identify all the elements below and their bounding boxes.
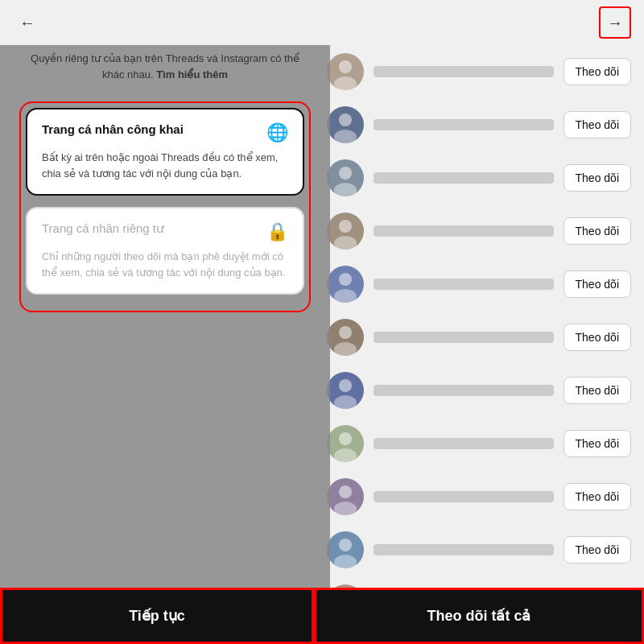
follow-button[interactable]: Theo dõi (564, 111, 631, 138)
svg-point-3 (334, 130, 357, 143)
username-placeholder (374, 385, 554, 396)
svg-point-14 (339, 432, 352, 445)
top-bar: ← → (0, 0, 644, 45)
username-placeholder (374, 119, 554, 130)
avatar (327, 213, 364, 250)
forward-button[interactable]: → (599, 6, 631, 39)
svg-point-11 (334, 342, 357, 356)
public-card-title: Trang cá nhân công khai (42, 122, 184, 136)
list-item: Theo dõi (314, 470, 644, 523)
svg-point-10 (339, 326, 352, 339)
list-item: Theo dõi (314, 364, 644, 417)
svg-point-2 (339, 114, 352, 126)
follow-button[interactable]: Theo dõi (564, 430, 631, 457)
public-card-desc: Bất kỳ ai trên hoặc ngoài Threads đều có… (42, 150, 288, 181)
svg-point-7 (334, 236, 357, 250)
svg-point-17 (334, 502, 357, 515)
avatar (327, 106, 364, 143)
user-list: Theo dõi Theo dõi Theo dõi Theo dõi Theo… (314, 45, 644, 588)
svg-point-1 (334, 76, 357, 90)
follow-button[interactable]: Theo dõi (564, 483, 631, 510)
list-item: Theo dõi (314, 45, 644, 98)
svg-point-15 (334, 448, 357, 462)
follow-button[interactable]: Theo dõi (564, 324, 631, 351)
svg-point-4 (339, 167, 352, 180)
list-item: Theo dõi (314, 204, 644, 258)
avatar (327, 531, 364, 568)
svg-point-18 (339, 539, 352, 551)
username-placeholder (374, 332, 554, 343)
svg-point-5 (334, 183, 357, 196)
username-placeholder (374, 279, 554, 290)
lock-icon: 🔒 (266, 221, 288, 242)
list-item: Theo dõi (314, 98, 644, 151)
svg-point-12 (339, 379, 352, 392)
page-subtitle: Quyền riêng tư của bạn trên Threads và I… (19, 51, 311, 82)
private-profile-card[interactable]: Trang cá nhân riêng tư 🔒 Chỉ những người… (26, 207, 304, 295)
list-item: Theo dõi (314, 417, 644, 470)
avatar (327, 159, 364, 196)
follow-all-button[interactable]: Theo dõi tất cả (314, 588, 644, 644)
username-placeholder (374, 225, 554, 237)
avatar (327, 53, 364, 90)
username-placeholder (374, 66, 554, 77)
svg-point-13 (334, 395, 357, 409)
back-button[interactable]: ← (13, 7, 42, 39)
avatar (327, 319, 364, 356)
follow-button[interactable]: Theo dõi (564, 536, 631, 564)
avatar (327, 266, 364, 303)
public-profile-card[interactable]: Trang cá nhân công khai 🌐 Bất kỳ ai trên… (26, 108, 304, 196)
username-placeholder (374, 438, 554, 449)
username-placeholder (374, 172, 554, 184)
avatar (327, 372, 364, 409)
list-item: Theo dõi (314, 523, 644, 576)
follow-button[interactable]: Theo dõi (564, 164, 631, 192)
svg-point-6 (339, 220, 352, 233)
avatar (327, 478, 364, 515)
svg-point-9 (334, 289, 357, 303)
private-card-title: Trang cá nhân riêng tư (42, 221, 164, 236)
private-card-desc: Chỉ những người theo dõi mà bạn phê duyệ… (42, 249, 288, 280)
follow-button[interactable]: Theo dõi (564, 217, 631, 245)
continue-button[interactable]: Tiếp tục (0, 588, 314, 644)
list-item: Theo dõi (314, 151, 644, 204)
follow-button[interactable]: Theo dõi (564, 377, 631, 404)
svg-point-16 (339, 485, 352, 498)
left-panel: Quyền riêng tư Quyền riêng tư của bạn tr… (0, 0, 330, 588)
list-item: Theo dõi (314, 258, 644, 311)
username-placeholder (374, 544, 554, 555)
svg-point-8 (339, 273, 352, 286)
avatar (327, 425, 364, 462)
follow-button[interactable]: Theo dõi (564, 270, 631, 298)
follow-button[interactable]: Theo dõi (564, 58, 631, 85)
username-placeholder (374, 491, 554, 502)
privacy-cards-container: Trang cá nhân công khai 🌐 Bất kỳ ai trên… (19, 101, 311, 312)
globe-icon: 🌐 (266, 122, 288, 143)
list-item: Theo dõi (314, 576, 644, 588)
list-item: Theo dõi (314, 311, 644, 364)
svg-point-0 (339, 60, 352, 73)
svg-point-19 (334, 555, 357, 568)
